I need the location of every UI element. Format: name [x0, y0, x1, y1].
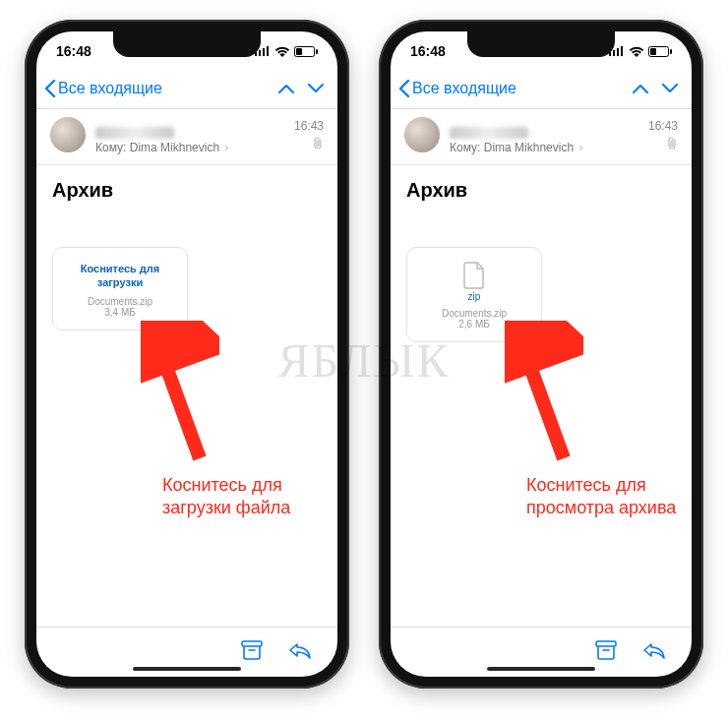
- annotation-caption: Коснитесь для просмотра архива: [526, 474, 676, 520]
- message-header[interactable]: Кому: Dima Mikhnevich › 16:43: [36, 109, 337, 165]
- chevron-left-icon: [398, 80, 410, 97]
- back-button[interactable]: Все входящие: [44, 80, 162, 97]
- sender-name-redacted: [95, 127, 174, 139]
- sender-name-redacted: [450, 127, 528, 139]
- phone-left: 16:48 Все входящие: [25, 20, 349, 689]
- attachment-size: 3,4 МБ: [61, 307, 179, 318]
- attachment-tile[interactable]: Коснитесь для загрузки Documents.zip 3,4…: [52, 247, 188, 330]
- avatar: [404, 117, 440, 152]
- nav-bar: Все входящие: [391, 69, 692, 109]
- svg-rect-1: [259, 50, 261, 56]
- message-subject: Архив: [36, 165, 337, 208]
- svg-rect-12: [617, 48, 619, 56]
- home-indicator[interactable]: [487, 667, 595, 671]
- status-indicators: [609, 46, 672, 57]
- back-button[interactable]: Все входящие: [398, 80, 516, 97]
- reply-button[interactable]: [642, 641, 666, 663]
- message-time: 16:43: [294, 119, 324, 133]
- home-indicator[interactable]: [133, 667, 241, 671]
- to-prefix: Кому:: [450, 141, 480, 154]
- status-time: 16:48: [56, 43, 91, 59]
- status-indicators: [255, 46, 318, 57]
- next-message-button[interactable]: [308, 80, 324, 97]
- wifi-icon: [274, 46, 290, 57]
- attachment-tile[interactable]: zip Documents.zip 2,6 МБ: [406, 247, 542, 342]
- file-icon: [415, 262, 533, 293]
- svg-rect-16: [670, 49, 672, 54]
- chevron-right-icon: ›: [578, 141, 582, 154]
- svg-rect-3: [267, 46, 269, 56]
- chevron-right-icon: ›: [224, 141, 228, 154]
- attachment-indicator-icon: [667, 137, 678, 152]
- annotation-caption: Коснитесь для загрузки файла: [162, 474, 290, 520]
- attachment-indicator-icon: [313, 137, 324, 152]
- status-time: 16:48: [410, 43, 446, 59]
- phone-right: 16:48 Все входящие: [379, 20, 703, 689]
- attachment-size: 2,6 МБ: [415, 319, 533, 330]
- svg-rect-17: [596, 641, 616, 646]
- chevron-left-icon: [44, 80, 56, 97]
- archive-button[interactable]: [595, 640, 617, 664]
- svg-rect-11: [613, 50, 615, 56]
- wifi-icon: [629, 46, 644, 57]
- svg-rect-7: [242, 641, 262, 646]
- notch: [113, 31, 261, 57]
- attachment-cta: Коснитесь для загрузки: [61, 262, 179, 290]
- to-prefix: Кому:: [95, 141, 126, 154]
- svg-rect-6: [316, 49, 318, 54]
- avatar: [50, 117, 86, 152]
- back-label: Все входящие: [58, 80, 162, 97]
- attachment-ext: zip: [415, 291, 533, 302]
- nav-bar: Все входящие: [36, 69, 337, 109]
- attachment-filename: Documents.zip: [61, 296, 179, 307]
- to-name: Dima Mikhnevich: [130, 141, 219, 154]
- next-message-button[interactable]: [662, 80, 678, 97]
- battery-icon: [294, 46, 318, 57]
- notch: [467, 31, 615, 57]
- archive-button[interactable]: [241, 640, 263, 664]
- message-subject: Архив: [391, 165, 692, 208]
- svg-rect-2: [263, 48, 265, 56]
- svg-rect-15: [650, 48, 656, 55]
- message-header[interactable]: Кому: Dima Mikhnevich › 16:43: [391, 109, 692, 165]
- prev-message-button[interactable]: [278, 80, 294, 97]
- battery-icon: [648, 46, 672, 57]
- back-label: Все входящие: [412, 80, 516, 97]
- attachment-filename: Documents.zip: [415, 308, 533, 319]
- reply-button[interactable]: [288, 641, 312, 663]
- prev-message-button[interactable]: [633, 80, 648, 97]
- svg-rect-5: [296, 48, 302, 55]
- message-time: 16:43: [648, 119, 678, 133]
- to-name: Dima Mikhnevich: [484, 141, 574, 154]
- svg-rect-13: [621, 46, 623, 56]
